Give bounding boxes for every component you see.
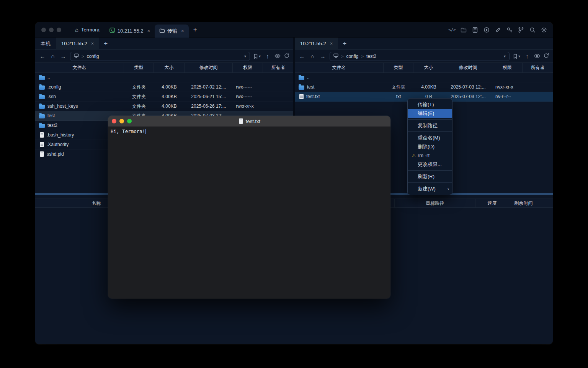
zoom-window-button[interactable]: [127, 119, 132, 123]
parent-dir-icon[interactable]: ↑: [524, 53, 531, 59]
code-icon[interactable]: </>: [449, 26, 456, 33]
file-size: 4.00KB: [154, 84, 185, 90]
titlebar: ⌂ Termora 10.211.55.2 × 传输 × + </>: [35, 22, 553, 38]
back-icon[interactable]: ←: [299, 53, 305, 59]
breadcrumb-segment[interactable]: test2: [366, 54, 376, 59]
close-window-button[interactable]: [112, 119, 116, 123]
close-icon[interactable]: ×: [330, 41, 333, 46]
close-icon[interactable]: ×: [181, 28, 184, 34]
right-pane-tabs: 10.211.55.2 × +: [295, 38, 553, 50]
menu-item-transfer[interactable]: 传输(T): [408, 100, 452, 109]
file-name: sshd.pid: [47, 151, 64, 157]
menu-item-delete[interactable]: 删除(D): [408, 142, 452, 151]
close-icon[interactable]: ×: [147, 28, 150, 34]
zoom-window-button[interactable]: [57, 28, 61, 32]
column-header[interactable]: 目标路径: [394, 199, 475, 207]
minimize-window-button[interactable]: [119, 119, 124, 123]
log-icon[interactable]: [472, 26, 479, 33]
column-header[interactable]: 权限: [233, 63, 263, 72]
parent-dir-icon[interactable]: ↑: [264, 53, 271, 59]
home-icon[interactable]: ⌂: [49, 53, 56, 59]
file-name: ..: [307, 75, 310, 80]
column-header[interactable]: 所有者: [523, 63, 553, 72]
file-size: 4.00KB: [154, 94, 185, 99]
column-header[interactable]: 类型: [124, 63, 154, 72]
tab-host[interactable]: 10.211.55.2 ×: [295, 38, 338, 50]
path-input[interactable]: > config > test2 ▾: [330, 52, 510, 61]
column-header[interactable]: 大小: [413, 63, 444, 72]
table-row[interactable]: ..: [295, 73, 553, 82]
column-header[interactable]: 权限: [492, 63, 523, 72]
table-row[interactable]: ..: [35, 73, 293, 82]
tab-label: 本机: [41, 40, 51, 47]
column-header[interactable]: 大小: [154, 63, 185, 72]
chevron-down-icon[interactable]: ▾: [504, 54, 506, 58]
bookmark-button[interactable]: ▾: [253, 54, 261, 59]
column-header[interactable]: 文件名: [35, 63, 124, 72]
folder-icon: [159, 28, 165, 34]
new-tab-button[interactable]: +: [189, 26, 202, 34]
table-row[interactable]: .config 文件夹 4.00KB 2025-07-02 12:... rwx…: [35, 82, 293, 92]
file-type: 文件夹: [124, 94, 154, 100]
tab-transfer[interactable]: 传输 ×: [155, 25, 189, 38]
table-row[interactable]: ssh_host_keys 文件夹 4.00KB 2025-06-26 17:.…: [35, 102, 293, 111]
menu-item-copy-path[interactable]: 复制路径: [408, 121, 452, 130]
tab-host[interactable]: 10.211.55.2 ×: [105, 25, 155, 38]
show-hidden-icon[interactable]: [274, 53, 281, 60]
menu-item-rename[interactable]: 重命名(M): [408, 133, 452, 142]
table-row[interactable]: test 文件夹 4.00KB 2025-07-03 12:... rwxr-x…: [295, 82, 553, 92]
menu-item-label: 更改权限...: [418, 161, 442, 168]
chevron-down-icon[interactable]: ▾: [244, 54, 246, 58]
forward-icon[interactable]: →: [60, 53, 67, 59]
bookmark-button[interactable]: ▾: [513, 54, 520, 59]
key-icon[interactable]: [506, 26, 513, 33]
column-header[interactable]: 剩余时间: [509, 199, 538, 207]
column-header[interactable]: 所有者: [263, 63, 293, 72]
tab-host[interactable]: 10.211.55.2 ×: [56, 38, 99, 50]
forward-icon[interactable]: →: [319, 53, 326, 59]
edit-icon[interactable]: [495, 26, 501, 33]
menu-item-rm-rf[interactable]: ⚠ rm -rf: [408, 151, 452, 160]
menu-item-label: 刷新(R): [418, 173, 434, 180]
menu-item-change-permissions[interactable]: 更改权限...: [408, 160, 452, 169]
menu-item-new[interactable]: 新建(W) ›: [408, 184, 452, 193]
editor-window: test.txt Hi, Termora!: [108, 116, 390, 299]
file-name: .config: [47, 84, 61, 90]
branch-icon[interactable]: [518, 26, 524, 33]
column-header[interactable]: 文件名: [295, 63, 384, 72]
show-hidden-icon[interactable]: [534, 53, 540, 60]
column-header[interactable]: 类型: [384, 63, 413, 72]
column-header[interactable]: 修改时间: [444, 63, 492, 72]
breadcrumb-segment[interactable]: config: [346, 54, 358, 59]
search-icon[interactable]: [529, 26, 536, 33]
settings-icon[interactable]: [541, 26, 547, 33]
path-input[interactable]: > config ▾: [70, 52, 250, 61]
home-icon[interactable]: ⌂: [309, 53, 316, 59]
refresh-icon[interactable]: [544, 53, 549, 60]
computer-icon: [74, 53, 79, 59]
new-tab-button[interactable]: +: [99, 40, 112, 48]
menu-separator: [408, 170, 452, 171]
computer-icon: [333, 53, 338, 59]
back-icon[interactable]: ←: [39, 53, 46, 59]
editor-titlebar[interactable]: test.txt: [108, 116, 390, 127]
close-window-button[interactable]: [41, 28, 46, 32]
menu-item-edit[interactable]: 编辑(E): [408, 109, 452, 118]
new-tab-button[interactable]: +: [338, 40, 351, 48]
table-row[interactable]: .ssh 文件夹 4.00KB 2025-06-21 15:... rwx---…: [35, 92, 293, 102]
minimize-window-button[interactable]: [49, 28, 54, 32]
menu-item-refresh[interactable]: 刷新(R): [408, 172, 452, 181]
titlebar-actions: </>: [449, 26, 547, 33]
refresh-icon[interactable]: [284, 53, 289, 60]
close-icon[interactable]: ×: [91, 41, 94, 46]
column-header[interactable]: 修改时间: [185, 63, 233, 72]
file-modified: 2025-07-02 12:...: [185, 84, 233, 90]
column-header[interactable]: 速度: [475, 199, 509, 207]
folder-icon[interactable]: [460, 26, 467, 33]
tab-termora[interactable]: ⌂ Termora: [70, 22, 105, 38]
breadcrumb-segment[interactable]: config: [87, 54, 99, 59]
tab-local[interactable]: 本机: [35, 38, 56, 50]
file-name: .Xauthority: [47, 142, 69, 147]
record-icon[interactable]: [483, 26, 490, 33]
editor-content[interactable]: Hi, Termora!: [108, 127, 390, 299]
